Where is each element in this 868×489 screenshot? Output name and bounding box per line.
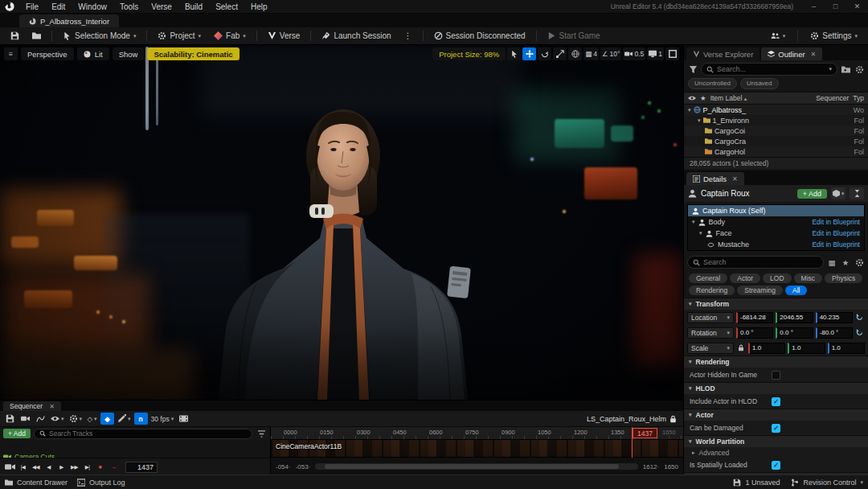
rotation-y-field[interactable]: 0.0 ° bbox=[776, 327, 813, 339]
expander-icon[interactable]: ▾ bbox=[688, 107, 691, 113]
menu-select[interactable]: Select bbox=[209, 2, 244, 11]
section-rendering[interactable]: ▾ Rendering bbox=[684, 355, 868, 368]
play-reverse-button[interactable]: ◀ bbox=[43, 464, 54, 471]
launch-session-options[interactable]: ⋮ bbox=[399, 30, 418, 42]
sequence-breadcrumb[interactable]: LS_Captain_Roux_Helm bbox=[587, 415, 680, 423]
section-world-partition[interactable]: ▾ World Partition bbox=[684, 435, 868, 447]
menu-edit[interactable]: Edit bbox=[45, 2, 72, 11]
play-button[interactable]: ▶ bbox=[56, 464, 67, 471]
select-tool-button[interactable] bbox=[507, 47, 521, 60]
keyframe-options-dropdown[interactable]: ◇ ▾ bbox=[85, 413, 99, 425]
thumbnail-button[interactable] bbox=[177, 413, 190, 425]
curve-editor-button[interactable] bbox=[34, 413, 47, 425]
unreal-logo-icon[interactable] bbox=[0, 2, 19, 11]
launch-session-button[interactable]: Launch Session bbox=[316, 30, 396, 42]
sequencer-timeline[interactable]: 0000 0150 0300 0450 0600 0750 0900 1050 … bbox=[271, 427, 683, 475]
project-dropdown[interactable]: Project ▾ bbox=[152, 30, 207, 42]
captain-roux-character[interactable] bbox=[0, 45, 683, 400]
expander-icon[interactable]: ▾ bbox=[698, 117, 701, 124]
playback-options-dropdown[interactable]: ▾ bbox=[68, 413, 84, 425]
tab-sequencer[interactable]: Sequencer ✕ bbox=[3, 401, 61, 411]
component-face[interactable]: ▾ Face Edit in Blueprint bbox=[688, 228, 864, 239]
component-root[interactable]: Captain Roux (Self) bbox=[688, 205, 864, 216]
rotation-snap-button[interactable]: ∠ 10° bbox=[600, 47, 621, 60]
content-drawer-button[interactable]: Content Drawer bbox=[5, 479, 68, 487]
fps-dropdown[interactable]: 30 fps ▾ bbox=[149, 413, 176, 425]
maximize-button[interactable]: □ bbox=[825, 0, 846, 14]
component-mustache[interactable]: Mustache Edit in Blueprint bbox=[688, 239, 864, 250]
tab-level[interactable]: P_Albatross_Interior bbox=[19, 14, 119, 27]
scale-z-field[interactable]: 1.0 bbox=[828, 343, 865, 354]
loop-toggle[interactable]: → bbox=[108, 463, 118, 471]
working-range-end[interactable]: 1612· bbox=[643, 463, 659, 471]
selection-mode-dropdown[interactable]: Selection Mode ▾ bbox=[57, 30, 141, 42]
edit-in-blueprint-link[interactable]: Edit in Blueprint bbox=[812, 218, 860, 226]
component-body[interactable]: ▾ Body Edit in Blueprint bbox=[688, 216, 864, 228]
rotation-z-field[interactable]: -80.0 ° bbox=[816, 327, 853, 339]
revision-control-button[interactable]: Revision Control ▾ bbox=[791, 479, 863, 487]
range-end[interactable]: 1650 bbox=[664, 463, 678, 471]
column-type[interactable]: Typ bbox=[853, 94, 864, 102]
tab-details[interactable]: Details ✕ bbox=[686, 172, 744, 185]
snap-toggle[interactable]: n bbox=[134, 413, 148, 425]
verse-button[interactable]: Verse bbox=[262, 30, 306, 42]
fab-dropdown[interactable]: Fab ▾ bbox=[208, 30, 252, 42]
timeline-scrollbar[interactable] bbox=[315, 463, 637, 470]
camera-icon[interactable] bbox=[5, 463, 15, 471]
details-settings-icon[interactable] bbox=[854, 258, 865, 267]
viewport-3d-scene[interactable] bbox=[0, 45, 683, 400]
show-dropdown[interactable]: Show bbox=[113, 47, 145, 60]
favorites-icon[interactable]: ★ bbox=[840, 258, 851, 267]
location-y-field[interactable]: 2046.55 bbox=[776, 312, 813, 323]
menu-build[interactable]: Build bbox=[178, 2, 209, 11]
world-local-toggle[interactable] bbox=[568, 47, 582, 60]
playhead-frame-badge[interactable]: 1437 bbox=[632, 428, 657, 438]
camera-cut-filmstrip[interactable]: CineCameraActor11B bbox=[271, 440, 683, 458]
current-frame-field[interactable]: 1437 bbox=[125, 462, 158, 473]
badge-uncontrolled[interactable]: Uncontrolled bbox=[688, 78, 737, 89]
grid-view-icon[interactable]: ▦ bbox=[826, 258, 837, 267]
sequencer-save-button[interactable] bbox=[3, 413, 17, 425]
actor-hidden-checkbox[interactable] bbox=[772, 371, 780, 380]
scalability-badge[interactable]: Scalability: Cinematic bbox=[147, 47, 239, 60]
camera-preview-button[interactable]: 1 bbox=[647, 47, 664, 60]
menu-verse[interactable]: Verse bbox=[145, 2, 178, 11]
column-sequencer[interactable]: Sequencer bbox=[816, 94, 849, 102]
blueprint-dropdown[interactable]: ▾ bbox=[831, 187, 845, 199]
spatially-loaded-checkbox[interactable]: ✓ bbox=[772, 461, 780, 470]
working-range-start[interactable]: -053· bbox=[296, 463, 311, 471]
filter-streaming[interactable]: Streaming bbox=[737, 286, 783, 295]
close-icon[interactable]: ✕ bbox=[49, 403, 55, 410]
filter-icon[interactable] bbox=[687, 65, 698, 74]
rotation-x-field[interactable]: 0.0 ° bbox=[736, 327, 773, 339]
include-hlod-checkbox[interactable]: ✓ bbox=[772, 397, 780, 406]
outliner-row-world[interactable]: ▾ P_Albatross_ Wo bbox=[684, 105, 868, 115]
outliner-row-folder[interactable]: CargoCoi Fol bbox=[684, 125, 868, 136]
add-component-button[interactable]: + Add bbox=[797, 189, 827, 199]
rotate-tool-button[interactable] bbox=[538, 47, 551, 60]
tab-outliner[interactable]: Outliner ✕ bbox=[761, 47, 822, 60]
start-game-button[interactable]: Start Game bbox=[542, 30, 606, 42]
filter-physics[interactable]: Physics bbox=[825, 273, 862, 283]
move-tool-button[interactable] bbox=[522, 47, 536, 60]
location-dropdown[interactable]: Location ▾ bbox=[687, 312, 734, 323]
reset-rotation-icon[interactable] bbox=[855, 329, 865, 336]
expander-icon[interactable]: ▾ bbox=[699, 230, 702, 236]
close-icon[interactable]: ✕ bbox=[732, 175, 738, 183]
view-options-dropdown[interactable]: ▾ bbox=[49, 413, 66, 425]
grid-snap-button[interactable]: ▦ 4 bbox=[583, 47, 599, 60]
advanced-row[interactable]: ▸ Advanced bbox=[684, 447, 868, 458]
section-hlod[interactable]: ▾ HLOD bbox=[684, 382, 868, 394]
rotation-dropdown[interactable]: Rotation ▾ bbox=[687, 327, 734, 339]
filter-misc[interactable]: Misc bbox=[794, 273, 822, 283]
location-x-field[interactable]: -6814.28 bbox=[736, 312, 773, 323]
session-status[interactable]: Session Disconnected bbox=[428, 30, 531, 42]
scale-dropdown[interactable]: Scale ▾ bbox=[687, 343, 734, 354]
unsaved-button[interactable]: 1 Unsaved bbox=[733, 479, 780, 487]
camera-speed-button[interactable]: 0.5 bbox=[623, 47, 645, 60]
close-icon[interactable]: ✕ bbox=[811, 51, 817, 58]
outliner-search-input[interactable] bbox=[717, 65, 825, 73]
timeline-ruler[interactable]: 0000 0150 0300 0450 0600 0750 0900 1050 … bbox=[271, 427, 683, 440]
filter-lod[interactable]: LOD bbox=[763, 273, 791, 283]
outliner-row-folder[interactable]: CargoHol Fol bbox=[684, 146, 868, 157]
